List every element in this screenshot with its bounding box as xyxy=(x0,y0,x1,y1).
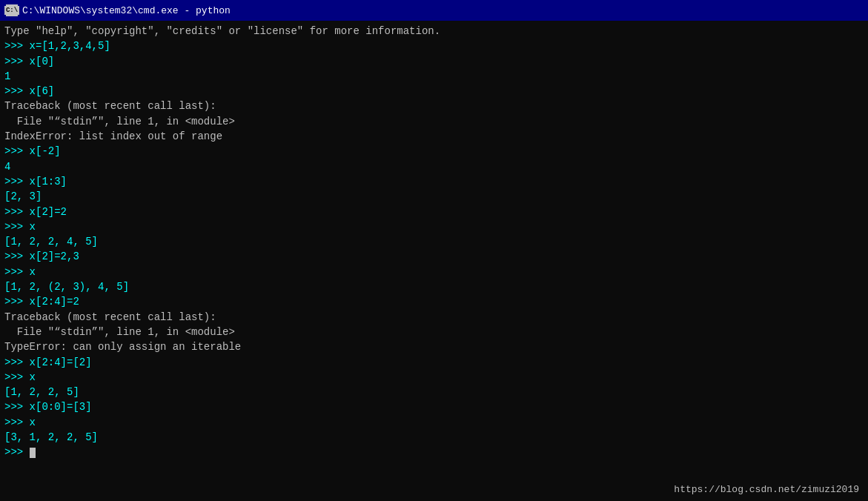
title-bar-icon: C:\ xyxy=(6,4,18,16)
terminal-line: >>> x[-2] xyxy=(4,144,864,159)
terminal[interactable]: Type "help", "copyright", "credits" or "… xyxy=(0,21,868,501)
terminal-line: TypeError: can only assign an iterable xyxy=(4,339,864,354)
terminal-line: >>> x[2]=2 xyxy=(4,205,864,219)
terminal-line: 1 xyxy=(4,69,864,84)
terminal-line: IndexError: list index out of range xyxy=(4,129,864,144)
url-label: https://blog.csdn.net/zimuzi2019 xyxy=(674,484,859,495)
terminal-line: [1, 2, (2, 3), 4, 5] xyxy=(4,279,864,294)
terminal-line: [2, 3] xyxy=(4,189,864,204)
title-bar-text: C:\WINDOWS\system32\cmd.exe - python xyxy=(22,5,231,16)
terminal-line: 4 xyxy=(4,159,864,174)
terminal-line: >>> x[2]=2,3 xyxy=(4,249,864,264)
title-bar: C:\ C:\WINDOWS\system32\cmd.exe - python xyxy=(0,0,868,21)
terminal-line: >>> x xyxy=(4,219,864,234)
terminal-line: File "“stdin”", line 1, in <module> xyxy=(4,325,864,339)
terminal-line: >>> x[2:4]=[2] xyxy=(4,355,864,370)
terminal-line: >>> x xyxy=(4,370,864,385)
terminal-line: >>> x xyxy=(4,415,864,430)
terminal-line: >>> x xyxy=(4,265,864,279)
terminal-line: File "“stdin”", line 1, in <module> xyxy=(4,114,864,129)
terminal-line: [1, 2, 2, 5] xyxy=(4,385,864,399)
terminal-line: [3, 1, 2, 2, 5] xyxy=(4,430,864,445)
terminal-line: Traceback (most recent call last): xyxy=(4,310,864,325)
terminal-line: [1, 2, 2, 4, 5] xyxy=(4,234,864,249)
terminal-line: >>> x[0:0]=[3] xyxy=(4,399,864,414)
terminal-line: Type "help", "copyright", "credits" or "… xyxy=(4,24,864,39)
terminal-line: Traceback (most recent call last): xyxy=(4,99,864,113)
terminal-line: >>> xyxy=(4,445,864,459)
terminal-line: >>> x[6] xyxy=(4,84,864,99)
terminal-line: >>> x[0] xyxy=(4,54,864,69)
terminal-line: >>> x[1:3] xyxy=(4,174,864,189)
terminal-line: >>> x=[1,2,3,4,5] xyxy=(4,39,864,53)
terminal-line: >>> x[2:4]=2 xyxy=(4,294,864,309)
